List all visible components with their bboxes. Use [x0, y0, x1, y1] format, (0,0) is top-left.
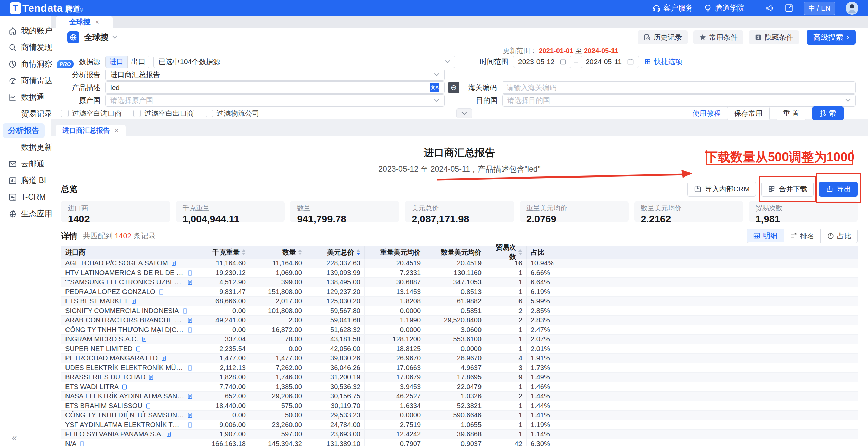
- sidebar-item-discovery[interactable]: 商情发现: [0, 39, 51, 56]
- importer-name-cell[interactable]: AGL TCHAD P/C SOGEA SATOM: [61, 259, 197, 268]
- table-row[interactable]: AGL TCHAD P/C SOGEA SATOM 11,164.60 11,1…: [61, 259, 858, 268]
- importer-name-cell[interactable]: UDES ELEKTRİK ELEKTRONİK MÜHENDİSLİK SAN…: [61, 363, 197, 372]
- company-profile-icon[interactable]: [187, 393, 193, 399]
- col-usd-total[interactable]: 美元总价: [306, 246, 365, 259]
- company-profile-icon[interactable]: [121, 384, 128, 390]
- sort-icon[interactable]: [298, 249, 302, 255]
- quick-options-link[interactable]: 快捷选项: [644, 57, 682, 67]
- hs-code-input[interactable]: 请输入海关编码: [502, 81, 856, 94]
- date-to-input[interactable]: 2024-05-11: [581, 56, 639, 68]
- reset-button[interactable]: 重 置: [776, 106, 806, 120]
- table-row[interactable]: PEDRAJA LOPEZ GONZALO 9,831.47 151,808.0…: [61, 287, 858, 297]
- fullscreen-button[interactable]: [785, 4, 793, 13]
- table-row[interactable]: YSF AYDINLATMA ELEKTRONİK TURİZM SANAYİ …: [61, 420, 858, 430]
- sort-icon[interactable]: [242, 249, 246, 255]
- importer-name-cell[interactable]: BRASSERIES DU TCHAD: [61, 373, 197, 382]
- filter-checkbox[interactable]: 过滤物流公司: [206, 109, 259, 118]
- importer-name-cell[interactable]: PETROCHAD MANGARA LTD: [61, 354, 197, 363]
- company-profile-icon[interactable]: [187, 422, 193, 428]
- view-rank-button[interactable]: 排名: [784, 229, 820, 243]
- sidebar-item-eco-apps[interactable]: 生态应用: [0, 205, 51, 222]
- sidebar-item-insight[interactable]: 商情洞察 PRO: [0, 56, 51, 72]
- chevron-down-icon[interactable]: [112, 35, 117, 39]
- origin-country-select[interactable]: 请选择原产国: [105, 94, 445, 107]
- announcement-button[interactable]: [766, 4, 774, 13]
- sidebar-item-analysis-report[interactable]: 分析报告: [0, 122, 51, 139]
- company-profile-icon[interactable]: [158, 289, 164, 295]
- view-share-button[interactable]: 占比: [820, 229, 857, 243]
- table-row[interactable]: CÔNG TY TNHH ĐIỆN TỬ SAMSUNG HCMC CE COM…: [61, 411, 858, 420]
- table-row[interactable]: CÔNG TY TNHH THƯƠNG MẠI DỊCH VỤ ĐIỆN MẠN…: [61, 325, 858, 335]
- table-row[interactable]: NASA ELEKTRİK AYDINLATMA SANAYİ VE TİCAR…: [61, 392, 858, 401]
- exclude-keywords-icon[interactable]: ⊖: [448, 82, 459, 93]
- company-profile-icon[interactable]: [161, 355, 167, 361]
- save-common-button[interactable]: 保存常用: [727, 106, 770, 120]
- filter-checkbox[interactable]: 过滤空白进口商: [61, 109, 122, 118]
- table-row[interactable]: ""SAMSUNG ELECTRONICS UZBEKISTAN"" mas`u…: [61, 278, 858, 287]
- sidebar-item-datapass[interactable]: 数据通: [0, 89, 51, 106]
- sidebar-item-tendata-bi[interactable]: 腾道 BI: [0, 172, 51, 189]
- company-profile-icon[interactable]: [187, 270, 193, 276]
- table-row[interactable]: INGRAM MICRO S.A.C. 337.04 78.00 43,181.…: [61, 335, 858, 344]
- report-type-select[interactable]: 进口商汇总报告: [105, 69, 445, 81]
- sort-icon-active-desc[interactable]: [356, 249, 360, 255]
- filter-checkbox[interactable]: 过滤空白出口商: [133, 109, 194, 118]
- history-button[interactable]: 历史记录: [638, 30, 688, 44]
- company-profile-icon[interactable]: [182, 308, 188, 314]
- importer-name-cell[interactable]: SUPER NET LIMITED: [61, 344, 197, 353]
- import-toggle[interactable]: 进口: [106, 56, 127, 68]
- sidebar-collapse-button[interactable]: «: [12, 432, 17, 443]
- importer-name-cell[interactable]: INGRAM MICRO S.A.C.: [61, 335, 197, 344]
- date-from-input[interactable]: 2023-05-12: [513, 56, 571, 68]
- merge-download-button[interactable]: 合并下载: [761, 182, 814, 197]
- table-row[interactable]: UDES ELEKTRİK ELEKTRONİK MÜHENDİSLİK SAN…: [61, 363, 858, 373]
- company-profile-icon[interactable]: [141, 336, 147, 342]
- importer-name-cell[interactable]: ETS BRAHIM SALISSOU: [61, 401, 197, 410]
- sidebar-item-data-update[interactable]: 数据更新: [0, 139, 51, 155]
- company-profile-icon[interactable]: [187, 327, 193, 333]
- table-row[interactable]: SUPER NET LIMITED 2,235.54 0.00 42,056.0…: [61, 344, 858, 354]
- datasource-select[interactable]: 已选中104个数据源: [153, 56, 455, 68]
- collapse-filters-button[interactable]: [456, 108, 472, 118]
- sidebar-item-t-crm[interactable]: T-CRM: [0, 189, 51, 205]
- company-profile-icon[interactable]: [131, 298, 137, 304]
- importer-name-cell[interactable]: YSF AYDINLATMA ELEKTRONİK TURİZM SANAYİ …: [61, 420, 197, 429]
- table-row[interactable]: ETS WADI LITRA 7,740.00 1,385.00 30,536.…: [61, 382, 858, 392]
- close-icon[interactable]: ×: [115, 127, 119, 134]
- tab-importer-summary-report[interactable]: 进口商汇总报告 ×: [56, 125, 126, 136]
- company-profile-icon[interactable]: [148, 374, 154, 380]
- hide-conditions-button[interactable]: 隐藏条件: [749, 30, 799, 44]
- tendata-academy-link[interactable]: 腾道学院: [703, 3, 745, 13]
- export-toggle[interactable]: 出口: [127, 56, 149, 68]
- company-profile-icon[interactable]: [145, 403, 151, 409]
- importer-name-cell[interactable]: ARAB CONTRACTORS BRANCHE DU TCHAD: [61, 316, 197, 325]
- col-trade-count[interactable]: 贸易次数: [486, 246, 527, 259]
- importer-name-cell[interactable]: CÔNG TY TNHH ĐIỆN TỬ SAMSUNG HCMC CE COM…: [61, 411, 197, 420]
- tutorial-link[interactable]: 使用教程: [692, 109, 721, 118]
- table-row[interactable]: ARAB CONTRACTORS BRANCHE DU TCHAD 49,241…: [61, 316, 858, 325]
- col-kg-weight[interactable]: 千克重量: [197, 246, 250, 259]
- importer-name-cell[interactable]: SIGNIFY COMMERCIAL INDONESIA: [61, 306, 197, 315]
- translate-icon[interactable]: 文A: [430, 83, 439, 92]
- importer-name-cell[interactable]: HTV LATINOAMERICA S DE RL DE CV: [61, 268, 197, 277]
- table-row[interactable]: SIGNIFY COMMERCIAL INDONESIA 0.00 101,80…: [61, 306, 858, 316]
- product-desc-input[interactable]: led 文A: [105, 81, 445, 94]
- dest-country-select[interactable]: 请选择目的国: [502, 94, 856, 107]
- tab-global-search[interactable]: 全球搜 ×: [56, 16, 113, 28]
- importer-name-cell[interactable]: NASA ELEKTRİK AYDINLATMA SANAYİ VE TİCAR…: [61, 392, 197, 401]
- search-button[interactable]: 搜 索: [812, 106, 844, 120]
- customer-service-link[interactable]: 客户服务: [652, 3, 693, 13]
- table-row[interactable]: N/A 166,163.18 145,394.32 131,389.10 0.7…: [61, 439, 858, 446]
- importer-name-cell[interactable]: N/A: [61, 439, 197, 446]
- advanced-search-button[interactable]: 高级搜索 ›: [807, 30, 856, 45]
- sidebar-item-cloud-mail[interactable]: 云邮通: [0, 155, 51, 172]
- import-to-crm-button[interactable]: 导入内部CRM: [687, 182, 756, 197]
- company-profile-icon[interactable]: [166, 431, 172, 438]
- close-icon[interactable]: ×: [95, 18, 99, 26]
- view-detail-button[interactable]: 明细: [747, 229, 784, 242]
- sidebar-item-my-account[interactable]: 我的账户: [0, 22, 51, 39]
- table-row[interactable]: BRASSERIES DU TCHAD 1,828.00 1,746.00 31…: [61, 373, 858, 382]
- language-switch[interactable]: 中 / EN: [804, 2, 835, 15]
- sort-icon[interactable]: [518, 249, 522, 255]
- user-avatar[interactable]: [846, 2, 858, 15]
